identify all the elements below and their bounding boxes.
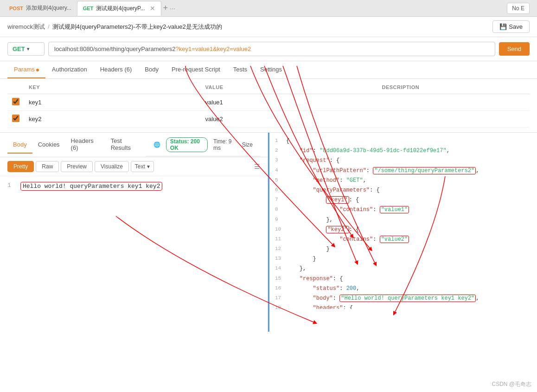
url-query-params: ?key1=value1&key2=value2 [176, 45, 251, 52]
tab-authorization[interactable]: Authorization [45, 61, 94, 78]
tab-get-label: 测试规则4(queryP... [96, 5, 145, 13]
row1-desc [377, 94, 530, 111]
line-number: 1 [7, 182, 15, 191]
save-label: Save [509, 23, 523, 30]
filter-icon[interactable]: ☰ [254, 163, 260, 170]
format-raw-button[interactable]: Raw [36, 161, 59, 172]
no-environment-dropdown[interactable]: No E [507, 3, 530, 14]
tab-post-method: POST [9, 6, 23, 11]
add-tab-button[interactable]: + [163, 3, 168, 13]
row1-checkbox[interactable] [12, 98, 19, 105]
breadcrumb-parent[interactable]: wiremock测试 [7, 23, 45, 31]
chevron-down-icon: ▾ [147, 163, 150, 170]
tab-post-label: 添加规则4(query... [26, 4, 71, 12]
breadcrumb-bar: wiremock测试 / 测试规则4(queryParameters2)-不带上… [0, 17, 537, 37]
text-format-dropdown[interactable]: Text ▾ [131, 161, 154, 172]
tab-post[interactable]: POST 添加规则4(query... [4, 1, 77, 16]
resp-tab-body[interactable]: Body [7, 136, 32, 154]
globe-icon: 🌐 [153, 141, 160, 148]
status-bar: 🌐 Status: 200 OK Time: 9 ms Size [146, 134, 260, 156]
text-format-label: Text [135, 163, 145, 170]
response-container: Body Cookies Headers (6) Test Results 🌐 … [0, 132, 537, 332]
size-label: Size [242, 141, 253, 148]
row2-desc [377, 111, 530, 128]
col-header-key: KEY [24, 81, 201, 94]
request-tabs-nav: Params Authorization Headers (6) Body Pr… [0, 61, 537, 79]
code-line-1: 1 Hello world! queryParameters key1 key2 [7, 182, 260, 191]
params-section: KEY VALUE DESCRIPTION key1 value1 key2 v… [0, 81, 537, 132]
tab-tests[interactable]: Tests [227, 61, 254, 78]
col-header-desc: DESCRIPTION [377, 81, 530, 94]
format-pretty-button[interactable]: Pretty [7, 161, 34, 172]
tab-params[interactable]: Params [7, 61, 45, 78]
resp-tab-headers[interactable]: Headers (6) [65, 133, 105, 157]
tab-body[interactable]: Body [138, 61, 165, 78]
format-visualize-button[interactable]: Visualize [95, 161, 129, 172]
url-input[interactable]: localhost:8080/some/thing/queryParameter… [48, 42, 495, 56]
table-row: key1 value1 [7, 94, 530, 111]
tab-get-method: GET [83, 6, 94, 11]
watermark: CSDN @毛奇志 [492, 380, 531, 388]
close-icon[interactable]: ✕ [150, 5, 155, 12]
params-table: KEY VALUE DESCRIPTION key1 value1 key2 v… [7, 81, 530, 128]
method-value: GET [13, 45, 25, 52]
breadcrumb-separator: / [48, 23, 50, 30]
save-button[interactable]: 💾 Save [492, 20, 530, 33]
tab-settings[interactable]: Settings [254, 61, 288, 78]
json-panel: 1{2 "id": "8dd06a9d-337b-49d5-91dc-fd102… [268, 133, 537, 332]
tab-headers[interactable]: Headers (6) [94, 61, 139, 78]
tab-pre-request[interactable]: Pre-request Script [165, 61, 227, 78]
send-button[interactable]: Send [499, 42, 530, 56]
row2-checkbox[interactable] [12, 115, 19, 122]
col-header-value: VALUE [201, 81, 377, 94]
url-path: localhost:8080/some/thing/queryParameter… [54, 45, 176, 52]
row1-value: value1 [201, 94, 377, 111]
chevron-down-icon: ▾ [27, 46, 29, 51]
row2-key: key2 [24, 111, 201, 128]
breadcrumb-current: 测试规则4(queryParameters2)-不带上key2-value2是无… [52, 23, 222, 31]
response-body-text: Hello world! queryParameters key1 key2 [20, 182, 162, 191]
time-label: Time: 9 ms [213, 138, 237, 151]
response-tabs: Body Cookies Headers (6) Test Results 🌐 … [0, 133, 268, 157]
method-dropdown[interactable]: GET ▾ [7, 42, 45, 56]
format-bar: Pretty Raw Preview Visualize Text ▾ ☰ [0, 157, 268, 176]
response-left: Body Cookies Headers (6) Test Results 🌐 … [0, 133, 268, 332]
save-icon: 💾 [499, 23, 507, 30]
breadcrumb: wiremock测试 / 测试规则4(queryParameters2)-不带上… [7, 23, 222, 31]
tab-get[interactable]: GET 测试规则4(queryP... ✕ [77, 1, 161, 16]
resp-tab-cookies[interactable]: Cookies [32, 136, 65, 154]
resp-tab-test-results[interactable]: Test Results [105, 133, 146, 157]
more-tabs-button[interactable]: ··· [170, 5, 175, 12]
table-row: key2 value2 [7, 111, 530, 128]
code-output: 1 Hello world! queryParameters key1 key2 [0, 176, 268, 196]
request-line: GET ▾ localhost:8080/some/thing/queryPar… [0, 37, 537, 61]
status-badge: Status: 200 OK [166, 137, 208, 152]
tab-bar: POST 添加规则4(query... GET 测试规则4(queryP... … [0, 0, 537, 17]
row1-key: key1 [24, 94, 201, 111]
json-content: 1{2 "id": "8dd06a9d-337b-49d5-91dc-fd102… [269, 133, 537, 309]
row2-value: value2 [201, 111, 377, 128]
format-preview-button[interactable]: Preview [61, 161, 93, 172]
